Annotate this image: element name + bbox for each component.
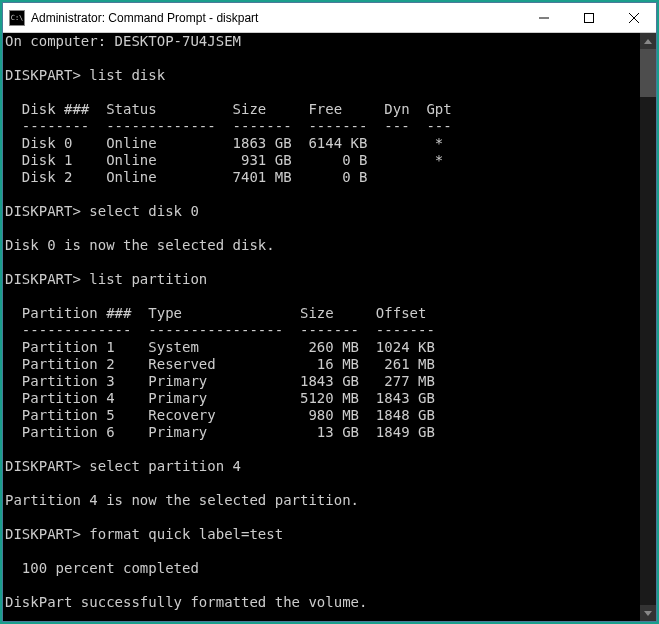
window-controls [521,3,656,32]
table-divider: ------------- ---------------- ------- -… [5,322,435,338]
prompt: DISKPART> [5,203,81,219]
chevron-down-icon [644,611,652,616]
prompt: DISKPART> [5,67,81,83]
table-row: Partition 4 Primary 5120 MB 1843 GB [5,390,435,406]
minimize-button[interactable] [521,3,566,32]
maximize-icon [584,13,594,23]
command: select disk 0 [81,203,199,219]
command: select partition 4 [81,458,241,474]
close-button[interactable] [611,3,656,32]
window-title: Administrator: Command Prompt - diskpart [31,11,521,25]
table-row: Partition 5 Recovery 980 MB 1848 GB [5,407,435,423]
text-line: On computer: DESKTOP-7U4JSEM [5,33,241,49]
minimize-icon [539,13,549,23]
maximize-button[interactable] [566,3,611,32]
cmd-icon: C:\ [9,10,25,26]
scrollbar[interactable] [640,33,656,621]
table-row: Partition 3 Primary 1843 GB 277 MB [5,373,435,389]
text-line: DiskPart successfully formatted the volu… [5,594,367,610]
close-icon [629,13,639,23]
chevron-up-icon [644,39,652,44]
table-header: Disk ### Status Size Free Dyn Gpt [5,101,452,117]
prompt: DISKPART> [5,526,81,542]
console-area: On computer: DESKTOP-7U4JSEM DISKPART> l… [3,33,656,621]
command: format quick label=test [81,526,283,542]
scroll-down-button[interactable] [640,605,656,621]
text-line: 100 percent completed [5,560,199,576]
table-divider: -------- ------------- ------- ------- -… [5,118,452,134]
command: list partition [81,271,207,287]
table-row: Disk 2 Online 7401 MB 0 B [5,169,367,185]
scroll-up-button[interactable] [640,33,656,49]
table-header: Partition ### Type Size Offset [5,305,426,321]
console-output[interactable]: On computer: DESKTOP-7U4JSEM DISKPART> l… [3,33,640,621]
scroll-thumb[interactable] [640,49,656,97]
titlebar[interactable]: C:\ Administrator: Command Prompt - disk… [3,3,656,33]
table-row: Disk 0 Online 1863 GB 6144 KB * [5,135,443,151]
command: list disk [81,67,165,83]
table-row: Disk 1 Online 931 GB 0 B * [5,152,443,168]
table-row: Partition 2 Reserved 16 MB 261 MB [5,356,435,372]
window-frame: C:\ Administrator: Command Prompt - disk… [2,2,657,622]
text-line: Disk 0 is now the selected disk. [5,237,275,253]
table-row: Partition 1 System 260 MB 1024 KB [5,339,435,355]
svg-rect-1 [584,13,593,22]
text-line: Partition 4 is now the selected partitio… [5,492,359,508]
table-row: Partition 6 Primary 13 GB 1849 GB [5,424,435,440]
prompt: DISKPART> [5,271,81,287]
prompt: DISKPART> [5,458,81,474]
